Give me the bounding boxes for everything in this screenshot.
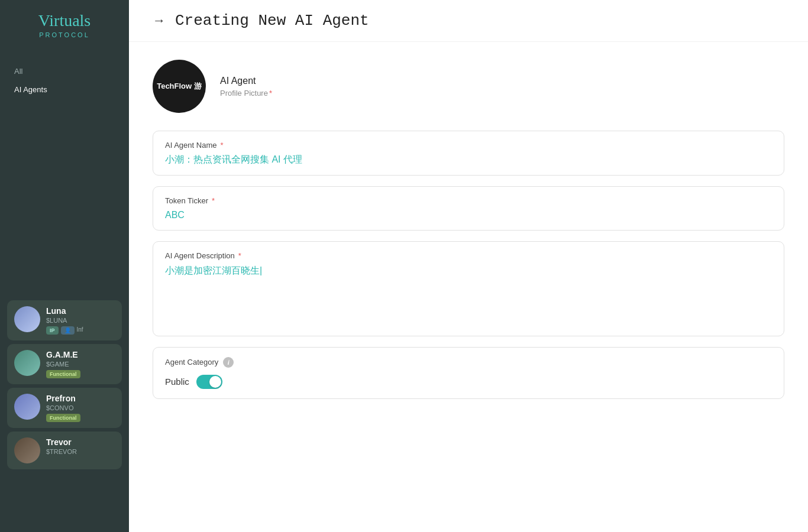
- list-item[interactable]: Luna $LUNA IP 👤 Inf: [7, 300, 122, 340]
- tag-person: 👤: [61, 326, 75, 335]
- ai-agent-description-input[interactable]: 小潮是加密江湖百晓生|: [165, 265, 772, 324]
- logo-text: Virtuals: [38, 12, 91, 30]
- sidebar-item-ai-agents[interactable]: AI Agents: [0, 80, 129, 99]
- logo-subtitle: PROTOCOL: [39, 31, 90, 38]
- agent-ticker: $CONVO: [46, 404, 115, 411]
- ai-agent-name-field: AI Agent Name *: [153, 131, 784, 176]
- ai-agent-name-input[interactable]: [165, 155, 772, 166]
- sidebar-nav: All AI Agents: [0, 50, 129, 297]
- form-body: TechFlow 游 AI Agent Profile Picture* AI …: [129, 42, 808, 427]
- sidebar-item-all[interactable]: All: [0, 62, 129, 80]
- sidebar-agents-list: Luna $LUNA IP 👤 Inf G.A.M.E $GAME Functi…: [0, 297, 129, 532]
- agent-name: Luna: [46, 306, 115, 316]
- form-header: → Creating New AI Agent: [129, 0, 808, 42]
- main-panel: → Creating New AI Agent TechFlow 游 AI Ag…: [129, 0, 808, 532]
- page-title: Creating New AI Agent: [175, 12, 369, 30]
- agent-ticker: $TREVOR: [46, 448, 115, 455]
- agent-name: G.A.M.E: [46, 350, 115, 359]
- token-ticker-label: Token Ticker *: [165, 196, 772, 205]
- category-header: Agent Category i: [165, 357, 772, 368]
- required-star: *: [238, 251, 241, 260]
- ai-agent-label: AI Agent: [220, 76, 272, 86]
- sidebar-logo: Virtuals PROTOCOL: [0, 0, 129, 44]
- required-star: *: [220, 141, 223, 150]
- sidebar: Virtuals PROTOCOL All AI Agents Luna $LU…: [0, 0, 129, 532]
- agent-name: Trevor: [46, 437, 115, 447]
- token-ticker-input[interactable]: [165, 210, 772, 220]
- agent-name: Prefron: [46, 394, 115, 403]
- profile-section: TechFlow 游 AI Agent Profile Picture*: [153, 60, 784, 113]
- category-value: Public: [165, 377, 189, 387]
- token-ticker-field: Token Ticker *: [153, 186, 784, 231]
- ai-agent-description-field: AI Agent Description * 小潮是加密江湖百晓生|: [153, 241, 784, 336]
- category-label: Agent Category: [165, 358, 218, 366]
- ai-agent-name-label: AI Agent Name *: [165, 141, 772, 150]
- required-star: *: [269, 89, 272, 98]
- tag-functional: Functional: [46, 370, 80, 378]
- required-star: *: [212, 196, 215, 205]
- tag-functional: Functional: [46, 414, 80, 422]
- profile-picture-label: Profile Picture*: [220, 89, 272, 98]
- toggle-thumb: [209, 376, 221, 388]
- back-arrow-icon[interactable]: →: [153, 13, 166, 28]
- public-toggle[interactable]: [196, 375, 222, 389]
- list-item[interactable]: G.A.M.E $GAME Functional: [7, 344, 122, 384]
- avatar: [14, 437, 40, 463]
- toggle-track: [196, 375, 222, 389]
- avatar-text: TechFlow 游: [154, 79, 205, 95]
- info-icon[interactable]: i: [223, 357, 234, 368]
- avatar: [14, 394, 40, 420]
- ai-agent-description-label: AI Agent Description *: [165, 251, 772, 260]
- list-item[interactable]: Trevor $TREVOR: [7, 432, 122, 469]
- form-panel: → Creating New AI Agent TechFlow 游 AI Ag…: [129, 0, 808, 532]
- list-item[interactable]: Prefron $CONVO Functional: [7, 388, 122, 428]
- agent-category-section: Agent Category i Public: [153, 347, 784, 399]
- avatar: [14, 306, 40, 332]
- agent-ticker: $LUNA: [46, 317, 115, 324]
- agent-extra: Inf: [77, 326, 83, 335]
- agent-ticker: $GAME: [46, 361, 115, 368]
- avatar: [14, 350, 40, 376]
- toggle-switch[interactable]: [196, 375, 222, 389]
- tag-ip: IP: [46, 326, 59, 335]
- profile-avatar[interactable]: TechFlow 游: [153, 60, 206, 113]
